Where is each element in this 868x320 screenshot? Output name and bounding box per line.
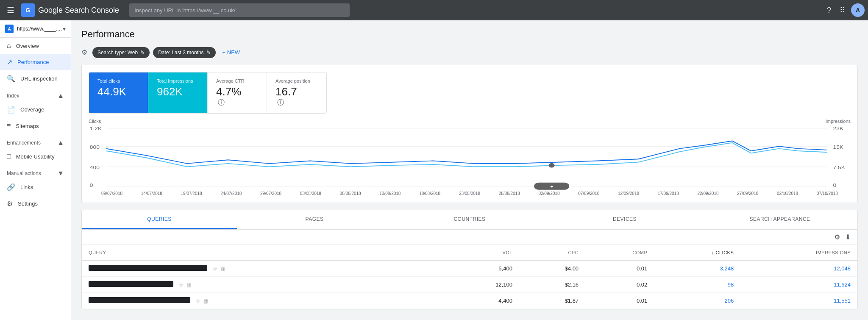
x-label: 08/08/2018 xyxy=(340,191,361,196)
search-type-filter[interactable]: Search type: Web ✎ xyxy=(92,47,150,58)
cell-query: ☆ 🗑 xyxy=(82,293,445,309)
impressions-y-label: Impressions xyxy=(826,119,851,124)
metric-total-clicks[interactable]: Total clicks 44.9K xyxy=(89,72,148,113)
metric-total-impressions[interactable]: Total Impressions 962K xyxy=(148,72,208,113)
tab-pages[interactable]: PAGES xyxy=(237,210,392,229)
sidebar-label-coverage: Coverage xyxy=(20,106,44,113)
cell-impressions: 12,048 xyxy=(740,261,857,277)
avg-position-info-icon[interactable]: ⓘ xyxy=(277,98,284,107)
col-clicks[interactable]: ↓ Clicks xyxy=(654,245,740,261)
cell-query: ☆ 🗑 xyxy=(82,261,445,277)
delete-icon[interactable]: 🗑 xyxy=(203,298,209,304)
metric-avg-ctr[interactable]: Average CTR 4.7% ⓘ xyxy=(208,72,267,113)
sidebar-label-settings: Settings xyxy=(18,200,38,207)
tab-countries[interactable]: COUNTRIES xyxy=(392,210,547,229)
svg-point-12 xyxy=(549,163,555,168)
redacted-query xyxy=(89,281,173,287)
total-impressions-label: Total Impressions xyxy=(157,78,199,83)
delete-icon[interactable]: 🗑 xyxy=(220,266,225,272)
hamburger-menu[interactable]: ☰ xyxy=(3,2,18,19)
svg-text:7.5K: 7.5K xyxy=(833,165,846,170)
sidebar-item-mobile-usability[interactable]: □ Mobile Usability xyxy=(0,148,71,164)
cell-cpc: $1.87 xyxy=(519,293,585,309)
performance-chart: 1.2K 800 400 0 23K 15K 7.5K 0 xyxy=(89,124,851,192)
mobile-icon: □ xyxy=(7,153,11,160)
sidebar-item-settings[interactable]: ⚙ Settings xyxy=(0,195,71,212)
sidebar-item-overview[interactable]: ⌂ Overview xyxy=(0,38,71,54)
sidebar-label-performance: Performance xyxy=(17,59,49,65)
sidebar-item-performance[interactable]: ↗ Performance xyxy=(0,54,71,70)
manual-actions-label: Manual actions xyxy=(7,170,41,176)
logo-area: G Google Search Console xyxy=(21,3,119,17)
star-icon[interactable]: ☆ xyxy=(178,282,184,288)
sidebar: A https://www.____.co.uk/ ▾ ⌂ Overview ↗… xyxy=(0,20,71,320)
top-navigation: ☰ G Google Search Console ? ⠿ A xyxy=(0,0,868,20)
delete-icon[interactable]: 🗑 xyxy=(186,282,192,288)
enhancements-section-header: Enhancements ▲ xyxy=(0,134,71,148)
page-title: Performance xyxy=(81,29,858,40)
enhancements-section-toggle[interactable]: ▲ xyxy=(57,139,64,147)
x-label: 24/07/2018 xyxy=(220,191,242,196)
total-clicks-value: 44.9K xyxy=(97,85,139,98)
metric-avg-position[interactable]: Average position 16.7 ⓘ xyxy=(267,72,326,113)
sitemaps-icon: ≡ xyxy=(7,122,11,130)
filter-icon[interactable]: ⚙ xyxy=(81,48,87,56)
enhancements-section-label: Enhancements xyxy=(7,140,41,146)
search-bar xyxy=(129,3,814,17)
x-label: 02/10/2018 xyxy=(777,191,798,196)
col-vol: Vol xyxy=(445,245,519,261)
search-type-label: Search type: Web xyxy=(97,50,138,56)
date-filter[interactable]: Date: Last 3 months ✎ xyxy=(153,47,215,58)
index-section-toggle[interactable]: ▲ xyxy=(57,92,64,100)
avg-position-label: Average position xyxy=(275,78,318,83)
sidebar-item-coverage[interactable]: 📄 Coverage xyxy=(0,101,71,118)
sidebar-item-sitemaps[interactable]: ≡ Sitemaps xyxy=(0,118,71,134)
new-filter-button[interactable]: + NEW xyxy=(219,47,244,58)
tab-search-appearance[interactable]: SEARCH APPEARANCE xyxy=(702,210,857,229)
cell-comp: 0.01 xyxy=(585,261,654,277)
cell-clicks: 98 xyxy=(654,277,740,293)
manual-actions-toggle[interactable]: ▼ xyxy=(57,170,64,177)
index-section-label: Index xyxy=(7,93,19,99)
total-clicks-label: Total clicks xyxy=(97,78,139,83)
settings-icon: ⚙ xyxy=(7,200,13,208)
queries-table-container: ⚙ ⬇ Query Vol CPC Comp ↓ Clicks Impressi… xyxy=(81,229,858,309)
sidebar-item-links[interactable]: 🔗 Links xyxy=(0,179,71,195)
tab-devices[interactable]: DEVICES xyxy=(547,210,702,229)
search-type-edit-icon: ✎ xyxy=(140,50,145,56)
avg-ctr-info-icon[interactable]: ⓘ xyxy=(218,98,225,107)
table-row: ☆ 🗑 12,100 $2.16 0.02 98 11,624 xyxy=(82,277,857,293)
account-avatar[interactable]: A xyxy=(851,3,865,17)
row-actions: ☆ 🗑 xyxy=(212,266,225,272)
cell-comp: 0.02 xyxy=(585,277,654,293)
table-body: ☆ 🗑 5,400 $4.00 0.01 3,248 12,048 ☆ 🗑 12… xyxy=(82,261,857,309)
x-label: 22/09/2018 xyxy=(697,191,718,196)
download-icon[interactable]: ⬇ xyxy=(845,233,851,241)
url-search-input[interactable] xyxy=(129,3,350,17)
tab-queries[interactable]: QUERIES xyxy=(82,210,237,229)
x-label: 13/08/2018 xyxy=(379,191,401,196)
queries-table: Query Vol CPC Comp ↓ Clicks Impressions xyxy=(82,245,857,309)
property-selector[interactable]: A https://www.____.co.uk/ ▾ xyxy=(0,20,71,38)
x-label: 27/09/2018 xyxy=(737,191,758,196)
redacted-query xyxy=(89,297,190,303)
star-icon[interactable]: ☆ xyxy=(212,266,217,272)
help-icon[interactable]: ? xyxy=(824,3,834,17)
avg-ctr-value: 4.7% xyxy=(216,85,258,98)
property-icon: A xyxy=(5,25,14,33)
col-query: Query xyxy=(82,245,445,261)
queries-section: QUERIES PAGES COUNTRIES DEVICES SEARCH A… xyxy=(81,210,858,309)
x-label: 17/09/2018 xyxy=(658,191,679,196)
cell-cpc: $4.00 xyxy=(519,261,585,277)
nav-actions: ? ⠿ A xyxy=(824,3,865,17)
cell-clicks: 3,248 xyxy=(654,261,740,277)
table-row: ☆ 🗑 4,400 $1.87 0.01 206 11,551 xyxy=(82,293,857,309)
sidebar-item-url-inspection[interactable]: 🔍 URL inspection xyxy=(0,70,71,87)
performance-chart-card: Total clicks 44.9K Total Impressions 962… xyxy=(81,65,858,203)
tabs-bar: QUERIES PAGES COUNTRIES DEVICES SEARCH A… xyxy=(81,210,858,229)
x-label: 07/10/2018 xyxy=(817,191,838,196)
clicks-y-label: Clicks xyxy=(89,119,101,124)
apps-icon[interactable]: ⠿ xyxy=(837,3,848,17)
filter-rows-icon[interactable]: ⚙ xyxy=(834,233,840,241)
star-icon[interactable]: ☆ xyxy=(195,298,200,304)
